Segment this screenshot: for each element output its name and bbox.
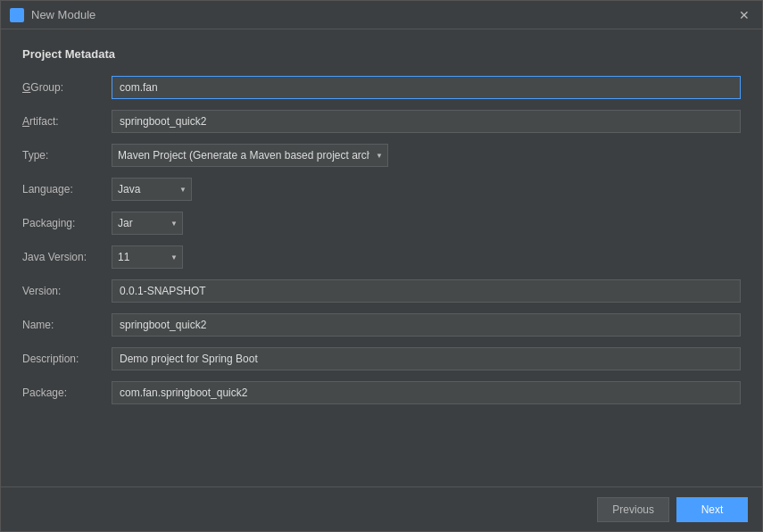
description-input[interactable] (112, 347, 741, 370)
name-row: Name: (22, 312, 741, 337)
version-row: Version: (22, 278, 741, 303)
group-input[interactable] (112, 76, 741, 99)
description-label: Description: (22, 353, 112, 365)
group-row: GGroup: (22, 75, 741, 100)
next-button[interactable]: Next (676, 497, 748, 522)
group-label: GGroup: (22, 81, 112, 94)
dialog-title: New Module (31, 8, 95, 21)
java-version-row: Java Version: 11 (22, 245, 741, 270)
java-version-select-wrapper: 11 (112, 245, 183, 269)
package-label: Package: (22, 387, 112, 399)
version-label: Version: (22, 285, 112, 297)
artifact-label: Artifact: (22, 115, 112, 128)
section-title: Project Metadata (22, 47, 741, 61)
package-input[interactable] (112, 381, 741, 404)
language-select[interactable]: Java (112, 178, 192, 201)
artifact-input[interactable] (112, 110, 741, 133)
title-bar: M New Module ✕ (1, 1, 762, 29)
dialog-icon: M (10, 8, 24, 22)
artifact-row: Artifact: (22, 109, 741, 134)
name-label: Name: (22, 319, 112, 331)
dialog-footer: Previous Next (1, 486, 762, 531)
version-input[interactable] (112, 279, 741, 303)
type-select-wrapper: Maven Project (Generate a Maven based pr… (112, 144, 388, 167)
description-row: Description: (22, 346, 741, 371)
name-input[interactable] (112, 313, 741, 337)
packaging-row: Packaging: Jar (22, 211, 741, 236)
close-button[interactable]: ✕ (735, 6, 753, 24)
type-label: Type: (22, 149, 112, 162)
type-select[interactable]: Maven Project (Generate a Maven based pr… (112, 144, 388, 167)
dialog-content: Project Metadata GGroup: Artifact: Type:… (1, 29, 762, 486)
type-row: Type: Maven Project (Generate a Maven ba… (22, 143, 741, 168)
language-label: Language: (22, 183, 112, 195)
java-version-select[interactable]: 11 (112, 245, 183, 269)
new-module-dialog: M New Module ✕ Project Metadata GGroup: … (0, 0, 763, 532)
package-row: Package: (22, 380, 741, 405)
packaging-select-wrapper: Jar (112, 212, 183, 235)
language-select-wrapper: Java (112, 178, 192, 201)
packaging-select[interactable]: Jar (112, 212, 183, 235)
svg-text:M: M (13, 12, 21, 21)
title-bar-left: M New Module (10, 8, 95, 22)
packaging-label: Packaging: (22, 217, 112, 229)
language-row: Language: Java (22, 177, 741, 202)
java-version-label: Java Version: (22, 251, 112, 263)
previous-button[interactable]: Previous (597, 497, 669, 522)
